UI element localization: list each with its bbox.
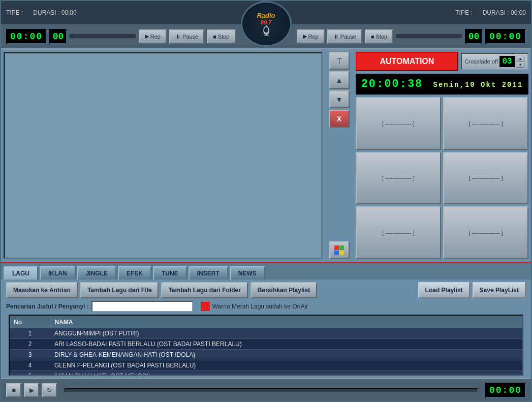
col-no: No bbox=[10, 316, 50, 328]
x-button[interactable]: X bbox=[329, 110, 350, 128]
windows-button[interactable] bbox=[329, 241, 350, 259]
play-mini-icon: ▶ bbox=[29, 387, 34, 394]
table-row[interactable]: 1 ANGGUN-MIMPI (OST PUTRI) bbox=[10, 328, 522, 339]
logo-circle: Radio 89.7 bbox=[241, 1, 292, 47]
top-bar-right: TIPE : DURASI : 00:00 bbox=[266, 9, 526, 16]
right-rep-button[interactable]: ▶ Rep bbox=[297, 29, 325, 44]
playlist-table-container[interactable]: No NAMA 1 ANGGUN-MIMPI (OST PUTRI) 2 ARI… bbox=[9, 315, 523, 376]
left-rep-button[interactable]: ▶ Rep bbox=[139, 29, 167, 44]
top-arrow-button[interactable]: ⊤ bbox=[329, 52, 350, 70]
windows-icon bbox=[334, 245, 345, 256]
search-row: Pencarian Judul / Penyanyi : Warna Merah… bbox=[6, 301, 526, 312]
grid-button-2[interactable]: [ --------------- ] bbox=[443, 97, 528, 150]
play-icon: ▶ bbox=[145, 33, 149, 40]
crossfade-area: Crossfade off 03 ▲ ▼ bbox=[461, 53, 528, 70]
play-mini-button[interactable]: ▶ bbox=[24, 383, 39, 397]
spin-up-button[interactable]: ▲ bbox=[516, 55, 524, 61]
player-bar-right: ▶ Rep ⏸ Pause ■ Stop 00 00:00 bbox=[297, 29, 526, 44]
spin-down-button[interactable]: ▼ bbox=[516, 61, 524, 68]
cell-no: 5 bbox=[10, 371, 50, 376]
bottom-progress-slider[interactable] bbox=[65, 388, 478, 392]
table-row[interactable]: 5 IHSAN-BUAH HATI (OST MELODI) bbox=[10, 371, 522, 376]
cell-nama: DIRLY & GHEA-KEMENANGAN HATI (OST IDOLA) bbox=[50, 350, 522, 360]
clock-time: 20:00:38 bbox=[361, 78, 423, 90]
grid-button-5[interactable]: [ -------------- ] bbox=[356, 206, 441, 259]
stop-mini-button[interactable]: ■ bbox=[6, 383, 21, 397]
top-bar-left: TIPE : DURASI : 00:00 bbox=[6, 9, 266, 16]
tab-insert[interactable]: INSERT bbox=[189, 266, 228, 280]
logo-center: Radio 89.7 bbox=[241, 1, 292, 47]
repeat-mini-icon: ↻ bbox=[47, 387, 52, 394]
right-durasi-label: DURASI : 00:00 bbox=[483, 9, 526, 16]
tabs-bar: LAGU IKLAN JINGLE EFEK TUNE INSERT NEWS bbox=[1, 262, 531, 280]
table-row[interactable]: 2 ARI LASSO-BADAI PASTI BERLALU (OST BAD… bbox=[10, 339, 522, 350]
col-nama: NAMA bbox=[50, 316, 522, 328]
crossfade-label: Crossfade off bbox=[465, 58, 498, 65]
tambah-file-button[interactable]: Tambah Lagu dari File bbox=[80, 282, 159, 298]
bersihkan-button[interactable]: Bersihkan Playlist bbox=[251, 282, 317, 298]
stop-mini-icon: ■ bbox=[12, 387, 15, 394]
button-grid: [ -------------- ] [ --------------- ] [… bbox=[356, 97, 528, 259]
left-lcd-time: 00:00 bbox=[6, 29, 47, 44]
search-input[interactable] bbox=[91, 301, 193, 312]
spin-buttons: ▲ ▼ bbox=[516, 55, 524, 68]
grid-button-1[interactable]: [ -------------- ] bbox=[356, 97, 441, 150]
center-controls: ⊤ ▲ ▼ X bbox=[325, 49, 353, 262]
grid-button-3[interactable]: [ -------------- ] bbox=[356, 152, 441, 205]
bottom-lcd-time: 00:00 bbox=[485, 383, 526, 398]
stop-icon-right: ■ bbox=[371, 34, 374, 40]
tab-jingle[interactable]: JINGLE bbox=[77, 266, 116, 280]
bottom-area: Masukan ke Antrian Tambah Lagu dari File… bbox=[1, 280, 531, 378]
table-row[interactable]: 3 DIRLY & GHEA-KEMENANGAN HATI (OST IDOL… bbox=[10, 350, 522, 360]
repeat-mini-button[interactable]: ↻ bbox=[42, 383, 57, 397]
table-header-row: No NAMA bbox=[10, 316, 522, 328]
onair-red-indicator bbox=[201, 302, 210, 311]
cell-nama: GLENN F-PELANGI (OST BADAI PASTI BERLALU… bbox=[50, 360, 522, 371]
crossfade-display: 03 bbox=[499, 56, 515, 67]
tab-tune[interactable]: TUNE bbox=[153, 266, 187, 280]
cell-no: 4 bbox=[10, 360, 50, 371]
left-pause-button[interactable]: ⏸ Pause bbox=[169, 29, 204, 44]
automation-button[interactable]: AUTOMATION bbox=[356, 52, 458, 71]
grid-button-4[interactable]: [ --------------- ] bbox=[443, 152, 528, 205]
left-durasi-label: DURASI : 00:00 bbox=[33, 9, 76, 16]
cell-no: 3 bbox=[10, 350, 50, 360]
tab-news[interactable]: NEWS bbox=[230, 266, 265, 280]
top-bar: TIPE : DURASI : 00:00 Radio 89.7 bbox=[1, 1, 531, 24]
grid-button-6[interactable]: [ --------------- ] bbox=[443, 206, 528, 259]
play-icon-right: ▶ bbox=[303, 33, 307, 40]
clock-date: Senin,10 Okt 2011 bbox=[433, 81, 523, 89]
right-stop-button[interactable]: ■ Stop bbox=[365, 29, 393, 44]
onair-text: Warna Merah Lagu sudah ke OnAir bbox=[212, 303, 308, 310]
left-panel bbox=[4, 52, 323, 259]
tab-lagu[interactable]: LAGU bbox=[4, 266, 38, 280]
right-progress-bar bbox=[396, 35, 462, 39]
cell-no: 1 bbox=[10, 328, 50, 339]
cell-nama: ARI LASSO-BADAI PASTI BERLALU (OST BADAI… bbox=[50, 339, 522, 350]
pause-icon: ⏸ bbox=[175, 34, 181, 40]
table-row[interactable]: 4 GLENN F-PELANGI (OST BADAI PASTI BERLA… bbox=[10, 360, 522, 371]
action-buttons-row: Masukan ke Antrian Tambah Lagu dari File… bbox=[6, 282, 526, 298]
up-arrow-button[interactable]: ▲ bbox=[329, 71, 350, 89]
left-tipe-label: TIPE : bbox=[6, 9, 23, 16]
down-arrow-button[interactable]: ▼ bbox=[329, 90, 350, 108]
player-bar-left: 00:00 00 ▶ Rep ⏸ Pause ■ Stop bbox=[6, 29, 236, 44]
tambah-folder-button[interactable]: Tambah Lagu dari Folder bbox=[161, 282, 247, 298]
automation-row: AUTOMATION Crossfade off 03 ▲ ▼ bbox=[356, 52, 528, 71]
pause-icon-right: ⏸ bbox=[333, 34, 339, 40]
right-panel: AUTOMATION Crossfade off 03 ▲ ▼ 20:00:38… bbox=[353, 49, 531, 262]
left-progress-bar bbox=[70, 35, 136, 39]
right-tipe-label: TIPE : bbox=[455, 9, 472, 16]
main-window: TIPE : DURASI : 00:00 Radio 89.7 bbox=[0, 0, 532, 402]
right-pause-button[interactable]: ⏸ Pause bbox=[327, 29, 362, 44]
tab-efek[interactable]: EFEK bbox=[118, 266, 151, 280]
masukan-button[interactable]: Masukan ke Antrian bbox=[6, 282, 78, 298]
load-playlist-button[interactable]: Load Playlist bbox=[418, 282, 470, 298]
clock-display: 20:00:38 Senin,10 Okt 2011 bbox=[356, 74, 528, 95]
tab-iklan[interactable]: IKLAN bbox=[40, 266, 76, 280]
onair-indicator: Warna Merah Lagu sudah ke OnAir bbox=[201, 302, 308, 311]
left-stop-button[interactable]: ■ Stop bbox=[207, 29, 235, 44]
left-lcd-track: 00 bbox=[49, 29, 67, 44]
cell-nama: IHSAN-BUAH HATI (OST MELODI) bbox=[50, 371, 522, 376]
save-playlist-button[interactable]: Save PlayList bbox=[473, 282, 526, 298]
